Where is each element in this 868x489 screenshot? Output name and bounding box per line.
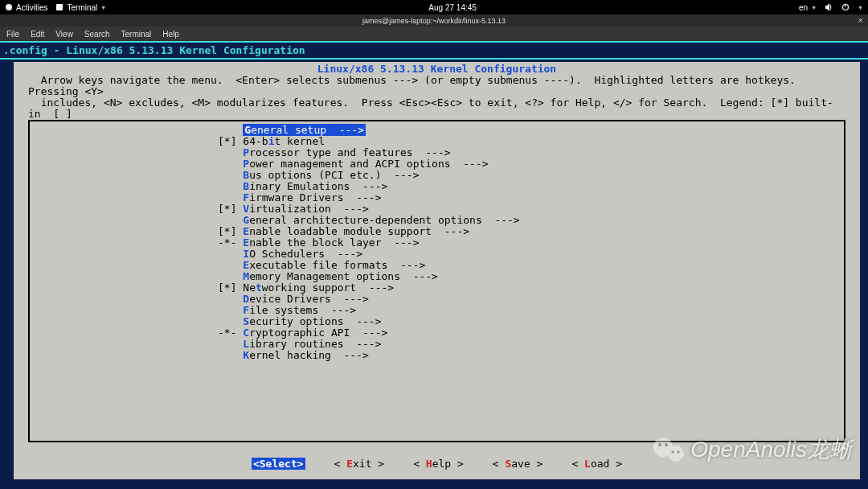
menu-item[interactable]: [*] Enable loadable module support --->	[30, 226, 844, 237]
menu-item[interactable]: Power management and ACPI options --->	[30, 158, 844, 170]
menu-item[interactable]: Device Drivers --->	[30, 294, 844, 305]
exit-button[interactable]: < Exit >	[334, 458, 385, 470]
menu-item[interactable]: [*] Virtualization --->	[30, 203, 844, 215]
language-indicator[interactable]: en ▼	[799, 3, 817, 12]
chevron-down-icon: ▼	[811, 5, 817, 10]
menu-item[interactable]: Binary Emulations --->	[30, 181, 844, 192]
menu-file[interactable]: File	[6, 30, 19, 39]
menu-item[interactable]: File systems --->	[30, 305, 844, 316]
menu-edit[interactable]: Edit	[31, 30, 44, 39]
volume-icon[interactable]	[825, 3, 833, 11]
menu-item[interactable]: Kernel hacking --->	[30, 350, 844, 361]
language-label: en	[799, 3, 808, 12]
menu-terminal[interactable]: Terminal	[121, 30, 152, 39]
current-app[interactable]: Terminal ▼	[55, 3, 106, 12]
menu-item[interactable]: Firmware Drivers --->	[30, 192, 844, 203]
terminal-area: .config - Linux/x86 5.13.13 Kernel Confi…	[0, 41, 868, 489]
terminal-app-icon	[55, 3, 63, 11]
window-title: james@james-laptop:~/workdir/linux-5.13.…	[362, 17, 506, 25]
svg-rect-1	[56, 4, 63, 10]
footprint-icon	[5, 3, 13, 11]
menuconfig-list: General setup --->[*] 64-bit kernel Proc…	[28, 120, 845, 442]
menu-item[interactable]: Memory Management options --->	[30, 271, 844, 282]
menu-search[interactable]: Search	[84, 30, 110, 39]
menuconfig-buttons: <Select>< Exit >< Help >< Save >< Load >	[14, 458, 860, 470]
chevron-down-icon: ▼	[858, 5, 863, 10]
terminal-menubar: File Edit View Search Terminal Help	[0, 27, 868, 41]
menu-item[interactable]: General setup --->	[30, 125, 844, 136]
chevron-down-icon: ▼	[100, 5, 106, 10]
menuconfig-box: Linux/x86 5.13.13 Kernel Configuration A…	[12, 60, 862, 481]
menu-item[interactable]: -*- Enable the block layer --->	[30, 237, 844, 249]
load-button[interactable]: < Load >	[571, 458, 622, 470]
svg-rect-3	[845, 4, 845, 7]
menu-item[interactable]: IO Schedulers --->	[30, 249, 844, 260]
config-banner: .config - Linux/x86 5.13.13 Kernel Confi…	[0, 43, 868, 58]
config-banner-frame: .config - Linux/x86 5.13.13 Kernel Confi…	[0, 41, 868, 60]
save-button[interactable]: < Save >	[493, 458, 543, 470]
menu-item[interactable]: General architecture-dependent options -…	[30, 215, 844, 226]
menu-item[interactable]: Executable file formats --->	[30, 260, 844, 271]
menu-item[interactable]: -*- Cryptographic API --->	[30, 327, 844, 339]
menu-item[interactable]: [*] 64-bit kernel	[30, 136, 844, 147]
menuconfig-title: Linux/x86 5.13.13 Kernel Configuration	[14, 62, 860, 75]
activities-button[interactable]: Activities	[5, 3, 47, 12]
help-button[interactable]: < Help >	[413, 458, 464, 470]
power-icon[interactable]	[841, 3, 850, 11]
menu-item[interactable]: Security options --->	[30, 316, 844, 327]
menu-item[interactable]: Library routines --->	[30, 339, 844, 350]
desktop-top-bar: Activities Terminal ▼ Aug 27 14:45 en ▼ …	[0, 0, 868, 14]
menu-view[interactable]: View	[55, 30, 73, 39]
menu-item[interactable]: Bus options (PCI etc.) --->	[30, 170, 844, 181]
close-icon[interactable]: ×	[858, 15, 863, 25]
menu-item[interactable]: [*] Networking support --->	[30, 282, 844, 294]
activities-label: Activities	[16, 3, 47, 12]
select-button[interactable]: <Select>	[252, 458, 305, 470]
window-titlebar: james@james-laptop:~/workdir/linux-5.13.…	[0, 14, 868, 27]
svg-point-0	[6, 4, 12, 10]
current-app-label: Terminal	[67, 3, 97, 12]
clock[interactable]: Aug 27 14:45	[428, 3, 477, 12]
menu-help[interactable]: Help	[162, 30, 179, 39]
menu-item[interactable]: Processor type and features --->	[30, 147, 844, 158]
